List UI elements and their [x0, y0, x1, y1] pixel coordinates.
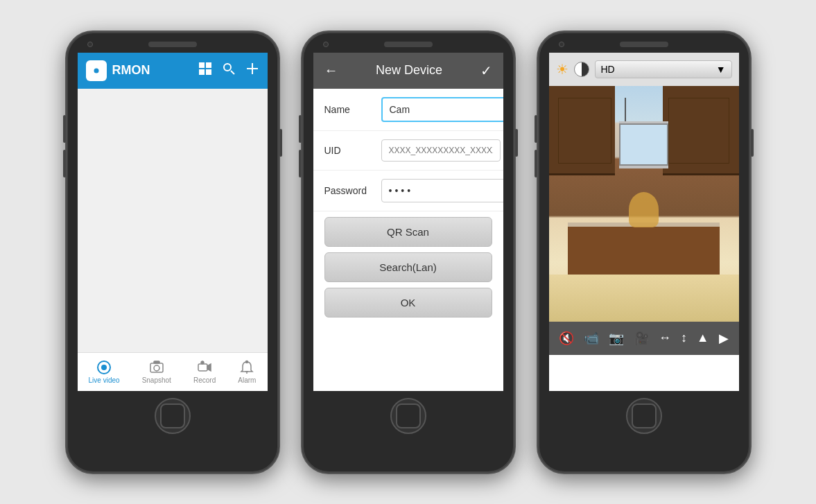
- record-button[interactable]: 📹: [584, 331, 599, 346]
- tab-record[interactable]: Record: [193, 360, 216, 384]
- grid-icon[interactable]: [198, 62, 212, 79]
- svg-point-14: [154, 365, 159, 371]
- svg-point-12: [101, 365, 107, 370]
- password-label: Password: [324, 185, 373, 196]
- header-icons: [198, 62, 259, 79]
- speaker-3: [620, 42, 668, 47]
- home-button-1[interactable]: [155, 398, 191, 434]
- tab-snapshot[interactable]: Snapshot: [142, 360, 171, 384]
- front-camera-2: [323, 42, 329, 47]
- tab-alarm[interactable]: Alarm: [238, 360, 256, 384]
- tab-record-label: Record: [193, 376, 216, 384]
- home-button-2[interactable]: [390, 398, 426, 434]
- app-logo: [86, 60, 107, 81]
- front-camera-1: [87, 42, 93, 47]
- home-button-inner-2: [396, 403, 421, 428]
- tab-live-video[interactable]: Live video: [89, 360, 120, 384]
- svg-rect-6: [206, 69, 211, 75]
- screen-1: RMON: [78, 53, 268, 391]
- confirm-button[interactable]: ✓: [480, 62, 492, 79]
- main-content: [78, 89, 268, 352]
- snapshot-button[interactable]: 📷: [609, 331, 624, 346]
- tab-bar: Live video Snapshot Record: [78, 352, 268, 391]
- home-button-inner-3: [632, 403, 657, 428]
- new-device-header: ← New Device ✓: [313, 53, 503, 89]
- flip-h-button[interactable]: ↔: [659, 331, 671, 345]
- side-btn-left-3: [535, 115, 537, 143]
- side-btn-left2-3: [535, 150, 537, 177]
- phone-1: RMON: [65, 31, 280, 474]
- phone-3: ☀ HD ▼: [537, 31, 752, 474]
- side-btn-left2-2: [299, 150, 302, 177]
- new-device-form: Name UID Password QR Scan Search(Lan) OK: [313, 89, 503, 329]
- add-icon[interactable]: [245, 62, 259, 79]
- flip-v-button[interactable]: ↕: [681, 331, 687, 345]
- speaker-2: [384, 42, 433, 47]
- side-btn-right-2: [515, 129, 518, 157]
- svg-point-21: [246, 360, 248, 363]
- front-camera-3: [559, 42, 564, 47]
- camera-header: ☀ HD ▼: [549, 53, 739, 86]
- quality-selector[interactable]: HD ▼: [595, 60, 732, 78]
- svg-rect-16: [198, 364, 207, 371]
- uid-input[interactable]: [381, 139, 501, 162]
- svg-line-8: [231, 71, 234, 74]
- contrast-icon[interactable]: [574, 62, 589, 77]
- mute-button[interactable]: 🔇: [559, 331, 574, 346]
- tab-alarm-label: Alarm: [238, 376, 256, 384]
- video-button[interactable]: 🎥: [634, 331, 649, 346]
- phone-2: ← New Device ✓ Name UID Password QR Scan…: [301, 31, 516, 474]
- window: [619, 123, 668, 166]
- screen-3: ☀ HD ▼: [549, 53, 739, 391]
- flowers: [629, 192, 659, 227]
- tab-snapshot-label: Snapshot: [142, 376, 171, 384]
- play-button[interactable]: ▶: [719, 331, 729, 346]
- svg-rect-2: [94, 65, 98, 67]
- side-btn-left: [63, 115, 66, 143]
- kitchen-bg: [549, 86, 739, 322]
- password-field-row: Password: [313, 171, 503, 211]
- camera-controls: 🔇 📹 📷 🎥 ↔ ↕ ▲ ▶: [549, 322, 739, 355]
- action-buttons: QR Scan Search(Lan) OK: [313, 211, 503, 329]
- svg-rect-15: [154, 361, 159, 363]
- mirror-button[interactable]: ▲: [697, 331, 709, 345]
- password-input[interactable]: [381, 179, 503, 202]
- search-lan-button[interactable]: Search(Lan): [324, 252, 492, 282]
- quality-dropdown-icon: ▼: [716, 64, 726, 75]
- side-btn-right-3: [751, 129, 754, 157]
- app-header: RMON: [78, 53, 268, 89]
- svg-rect-3: [199, 62, 205, 68]
- cabinet-door-1: [558, 98, 611, 164]
- uid-label: UID: [324, 145, 373, 156]
- side-btn-left-2: [299, 115, 302, 143]
- video-feed: [549, 86, 739, 322]
- brightness-icon[interactable]: ☀: [556, 61, 568, 78]
- speaker-1: [148, 42, 197, 47]
- svg-rect-10: [247, 68, 258, 69]
- screen-2: ← New Device ✓ Name UID Password QR Scan…: [313, 53, 503, 391]
- name-field-row: Name: [313, 89, 503, 131]
- new-device-title: New Device: [376, 63, 442, 78]
- side-btn-left2: [63, 150, 66, 177]
- tab-live-label: Live video: [89, 376, 120, 384]
- home-button-inner-1: [160, 403, 185, 428]
- qr-scan-button[interactable]: QR Scan: [324, 217, 492, 247]
- search-icon[interactable]: [222, 62, 236, 79]
- side-btn-right: [279, 129, 282, 157]
- svg-point-1: [94, 68, 98, 73]
- app-title: RMON: [112, 63, 193, 78]
- svg-rect-5: [199, 69, 205, 75]
- svg-rect-4: [206, 62, 211, 68]
- back-button[interactable]: ←: [324, 62, 338, 78]
- kitchen-floor: [549, 275, 739, 322]
- cabinet-door-2: [668, 98, 729, 164]
- svg-point-18: [201, 361, 204, 364]
- name-label: Name: [324, 104, 373, 115]
- svg-marker-17: [207, 364, 211, 371]
- ok-button[interactable]: OK: [324, 288, 492, 318]
- quality-value: HD: [601, 64, 615, 75]
- uid-field-row: UID: [313, 131, 503, 171]
- svg-point-7: [224, 64, 231, 71]
- home-button-3[interactable]: [626, 398, 662, 434]
- name-input[interactable]: [381, 97, 503, 122]
